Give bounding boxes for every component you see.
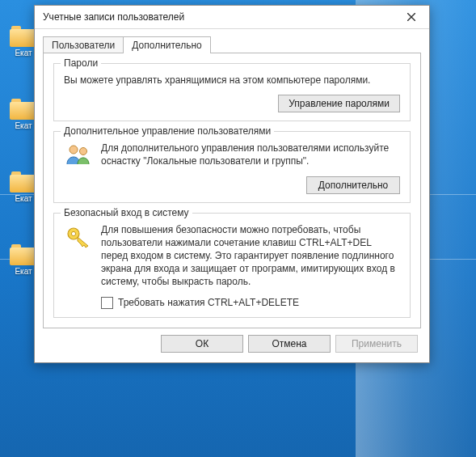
securelogon-text: Для повышения безопасности можно потребо… <box>101 223 400 289</box>
close-button[interactable] <box>394 6 429 28</box>
group-legend: Пароли <box>61 57 101 69</box>
tab-strip: Пользователи Дополнительно <box>43 36 421 53</box>
key-icon <box>64 223 93 249</box>
ok-button[interactable]: ОК <box>161 335 243 353</box>
folder-icon <box>10 244 37 265</box>
require-cad-label: Требовать нажатия CTRL+ALT+DELETE <box>118 297 299 308</box>
manage-passwords-button[interactable]: Управление паролями <box>278 95 400 112</box>
tab-users[interactable]: Пользователи <box>43 36 124 53</box>
svg-point-3 <box>80 148 87 155</box>
group-passwords: Пароли Вы можете управлять хранящимися н… <box>53 63 411 121</box>
cancel-button[interactable]: Отмена <box>248 335 331 353</box>
window-title: Учетные записи пользователей <box>35 11 394 23</box>
group-secure-logon: Безопасный вход в систему Для повышения … <box>53 213 411 318</box>
passwords-text: Вы можете управлять хранящимися на этом … <box>64 74 400 87</box>
close-icon <box>407 13 415 21</box>
client-area: Пользователи Дополнительно Пароли Вы мож… <box>35 29 429 362</box>
folder-icon <box>10 99 37 120</box>
svg-point-2 <box>70 146 78 154</box>
titlebar[interactable]: Учетные записи пользователей <box>35 6 429 29</box>
svg-point-5 <box>71 231 75 235</box>
tab-panel-advanced: Пароли Вы можете управлять хранящимися н… <box>43 53 421 328</box>
dialog-footer: ОК Отмена Применить <box>43 328 421 354</box>
require-cad-checkbox-row[interactable]: Требовать нажатия CTRL+ALT+DELETE <box>101 297 400 309</box>
advusers-text: Для дополнительного управления пользоват… <box>101 142 400 167</box>
dialog-window: Учетные записи пользователей Пользовател… <box>34 5 430 363</box>
desktop: Екат Екат Екат Екат Учетные записи польз… <box>0 0 476 457</box>
folder-icon <box>10 26 37 47</box>
apply-button[interactable]: Применить <box>335 335 418 353</box>
folder-icon <box>10 171 37 193</box>
group-legend: Безопасный вход в систему <box>61 207 192 218</box>
group-legend: Дополнительное управление пользователями <box>61 125 274 137</box>
checkbox-icon[interactable] <box>101 297 113 309</box>
group-advanced-users: Дополнительное управление пользователями… <box>53 131 411 202</box>
users-icon <box>64 142 93 166</box>
tab-advanced[interactable]: Дополнительно <box>123 36 210 53</box>
advanced-button[interactable]: Дополнительно <box>306 176 400 194</box>
